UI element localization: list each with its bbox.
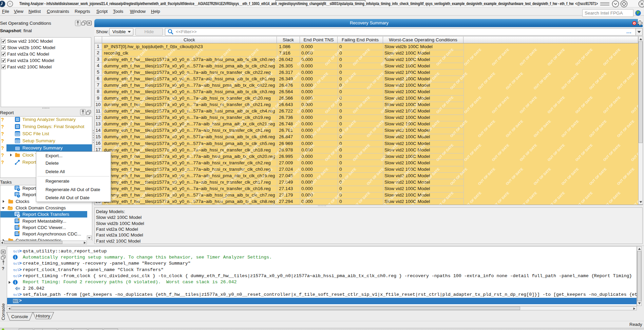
svg-text:OUT OF DATE: OUT OF DATE [630,96,638,114]
svg-text:OUT OF DATE: OUT OF DATE [338,167,357,186]
svg-text:OUT OF DATE: OUT OF DATE [310,167,329,186]
svg-text:OUT OF DATE: OUT OF DATE [630,143,638,162]
svg-text:OUT OF DATE: OUT OF DATE [477,167,496,186]
svg-text:OUT OF DATE: OUT OF DATE [185,96,204,114]
svg-text:OUT OF DATE: OUT OF DATE [575,96,593,114]
svg-text:OUT OF DATE: OUT OF DATE [422,119,440,138]
svg-text:OUT OF DATE: OUT OF DATE [297,191,315,205]
svg-text:OUT OF DATE: OUT OF DATE [575,48,593,66]
svg-text:OUT OF DATE: OUT OF DATE [352,143,371,162]
svg-text:OUT OF DATE: OUT OF DATE [116,167,134,186]
svg-text:OUT OF DATE: OUT OF DATE [324,143,343,162]
svg-text:OUT OF DATE: OUT OF DATE [324,48,343,66]
svg-text:OUT OF DATE: OUT OF DATE [491,96,510,114]
svg-text:OUT OF DATE: OUT OF DATE [547,143,566,162]
svg-text:OUT OF DATE: OUT OF DATE [227,71,246,90]
svg-text:OUT OF DATE: OUT OF DATE [102,48,120,66]
svg-text:OUT OF DATE: OUT OF DATE [547,48,566,66]
svg-text:OUT OF DATE: OUT OF DATE [352,48,371,66]
svg-text:OUT OF DATE: OUT OF DATE [463,48,482,66]
svg-text:OUT OF DATE: OUT OF DATE [255,71,273,90]
svg-text:OUT OF DATE: OUT OF DATE [352,96,371,114]
svg-text:OUT OF DATE: OUT OF DATE [408,96,427,114]
svg-text:OUT OF DATE: OUT OF DATE [199,71,218,90]
svg-text:OUT OF DATE: OUT OF DATE [324,96,343,114]
svg-text:OUT OF DATE: OUT OF DATE [338,119,357,138]
svg-text:OUT OF DATE: OUT OF DATE [241,143,260,162]
svg-text:OUT OF DATE: OUT OF DATE [130,48,148,66]
svg-text:OUT OF DATE: OUT OF DATE [450,119,468,138]
svg-text:OUT OF DATE: OUT OF DATE [157,48,176,66]
svg-text:OUT OF DATE: OUT OF DATE [366,71,385,90]
svg-text:OUT OF DATE: OUT OF DATE [199,167,218,186]
svg-text:OUT OF DATE: OUT OF DATE [324,191,343,205]
svg-text:OUT OF DATE: OUT OF DATE [185,48,204,66]
svg-text:OUT OF DATE: OUT OF DATE [603,96,621,114]
svg-text:OUT OF DATE: OUT OF DATE [477,119,496,138]
svg-text:OUT OF DATE: OUT OF DATE [116,71,134,90]
svg-text:OUT OF DATE: OUT OF DATE [491,48,510,66]
svg-text:OUT OF DATE: OUT OF DATE [505,71,524,90]
svg-text:OUT OF DATE: OUT OF DATE [589,119,607,138]
svg-text:OUT OF DATE: OUT OF DATE [366,167,385,186]
svg-text:OUT OF DATE: OUT OF DATE [477,71,496,90]
svg-text:OUT OF DATE: OUT OF DATE [408,191,427,205]
svg-text:OUT OF DATE: OUT OF DATE [575,191,593,205]
svg-text:OUT OF DATE: OUT OF DATE [241,48,260,66]
svg-text:OUT OF DATE: OUT OF DATE [519,48,538,66]
svg-text:OUT OF DATE: OUT OF DATE [380,48,399,66]
svg-text:OUT OF DATE: OUT OF DATE [547,96,566,114]
svg-text:OUT OF DATE: OUT OF DATE [213,143,232,162]
svg-text:OUT OF DATE: OUT OF DATE [213,191,232,205]
svg-text:OUT OF DATE: OUT OF DATE [533,167,552,186]
svg-text:OUT OF DATE: OUT OF DATE [422,167,440,186]
svg-text:OUT OF DATE: OUT OF DATE [130,143,148,162]
svg-text:OUT OF DATE: OUT OF DATE [283,167,301,186]
svg-text:OUT OF DATE: OUT OF DATE [561,71,580,90]
svg-text:OUT OF DATE: OUT OF DATE [310,119,329,138]
svg-text:OUT OF DATE: OUT OF DATE [394,119,413,138]
svg-text:OUT OF DATE: OUT OF DATE [171,167,190,186]
svg-text:OUT OF DATE: OUT OF DATE [144,119,162,138]
svg-text:OUT OF DATE: OUT OF DATE [380,191,399,205]
svg-text:OUT OF DATE: OUT OF DATE [463,143,482,162]
svg-text:OUT OF DATE: OUT OF DATE [561,167,580,186]
svg-text:OUT OF DATE: OUT OF DATE [269,96,287,114]
svg-text:OUT OF DATE: OUT OF DATE [450,167,468,186]
svg-text:OUT OF DATE: OUT OF DATE [269,191,287,205]
svg-text:OUT OF DATE: OUT OF DATE [450,71,468,90]
svg-text:OUT OF DATE: OUT OF DATE [436,96,454,114]
svg-text:OUT OF DATE: OUT OF DATE [519,191,538,205]
svg-text:OUT OF DATE: OUT OF DATE [157,96,176,114]
svg-text:OUT OF DATE: OUT OF DATE [533,119,552,138]
svg-text:OUT OF DATE: OUT OF DATE [352,191,371,205]
svg-text:OUT OF DATE: OUT OF DATE [157,143,176,162]
svg-text:OUT OF DATE: OUT OF DATE [366,119,385,138]
svg-text:OUT OF DATE: OUT OF DATE [561,119,580,138]
svg-text:OUT OF DATE: OUT OF DATE [463,96,482,114]
svg-text:OUT OF DATE: OUT OF DATE [603,191,621,205]
svg-text:OUT OF DATE: OUT OF DATE [171,119,190,138]
svg-text:OUT OF DATE: OUT OF DATE [297,48,315,66]
svg-text:OUT OF DATE: OUT OF DATE [241,191,260,205]
svg-text:OUT OF DATE: OUT OF DATE [505,119,524,138]
svg-text:OUT OF DATE: OUT OF DATE [213,48,232,66]
svg-text:OUT OF DATE: OUT OF DATE [491,143,510,162]
svg-text:OUT OF DATE: OUT OF DATE [185,143,204,162]
svg-text:OUT OF DATE: OUT OF DATE [617,167,635,186]
svg-text:OUT OF DATE: OUT OF DATE [491,191,510,205]
svg-text:OUT OF DATE: OUT OF DATE [130,96,148,114]
svg-text:OUT OF DATE: OUT OF DATE [630,48,638,66]
svg-text:OUT OF DATE: OUT OF DATE [227,119,246,138]
svg-text:OUT OF DATE: OUT OF DATE [575,143,593,162]
svg-text:OUT OF DATE: OUT OF DATE [144,71,162,90]
svg-text:OUT OF DATE: OUT OF DATE [130,191,148,205]
svg-text:OUT OF DATE: OUT OF DATE [380,96,399,114]
svg-text:OUT OF DATE: OUT OF DATE [102,119,107,138]
svg-text:OUT OF DATE: OUT OF DATE [617,71,635,90]
svg-text:OUT OF DATE: OUT OF DATE [283,71,301,90]
svg-text:OUT OF DATE: OUT OF DATE [380,143,399,162]
svg-text:OUT OF DATE: OUT OF DATE [213,96,232,114]
svg-text:OUT OF DATE: OUT OF DATE [436,143,454,162]
svg-text:OUT OF DATE: OUT OF DATE [102,96,120,114]
